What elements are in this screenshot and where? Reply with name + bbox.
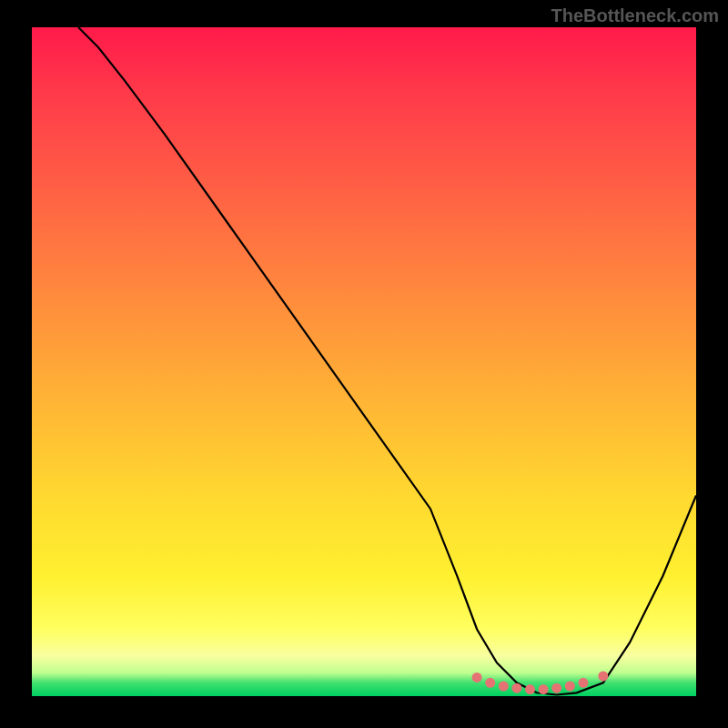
- optimal-marker: [578, 678, 588, 688]
- optimal-marker: [598, 672, 608, 682]
- plot-area: [32, 27, 696, 696]
- optimal-marker: [511, 683, 521, 693]
- optimal-zone-markers: [472, 672, 609, 695]
- optimal-marker: [565, 682, 575, 692]
- optimal-marker: [551, 683, 561, 693]
- optimal-marker: [485, 678, 495, 688]
- optimal-marker: [525, 684, 535, 694]
- optimal-marker: [499, 682, 509, 692]
- optimal-marker: [539, 684, 549, 694]
- chart-svg: [32, 27, 696, 696]
- bottleneck-curve: [78, 27, 696, 695]
- optimal-marker: [472, 672, 482, 682]
- watermark-text: TheBottleneck.com: [551, 5, 719, 26]
